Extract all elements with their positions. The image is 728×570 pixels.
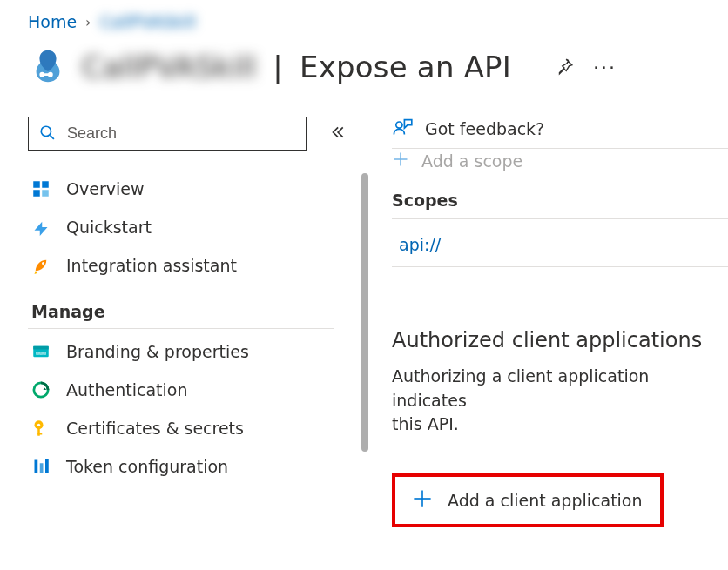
svg-point-21 xyxy=(396,122,402,128)
svg-text:www: www xyxy=(35,351,47,356)
token-config-icon xyxy=(31,457,51,476)
sidebar-section-manage: Manage xyxy=(28,285,334,329)
svg-point-15 xyxy=(37,424,40,426)
sidebar-item-certificates[interactable]: Certificates & secrets xyxy=(28,409,333,447)
sidebar-item-label: Certificates & secrets xyxy=(66,419,244,438)
page-title-row: CallPVASkill | Expose an API ··· xyxy=(28,47,728,87)
sidebar-item-quickstart[interactable]: Quickstart xyxy=(28,208,333,246)
breadcrumb-current[interactable]: CallPVASkill xyxy=(100,12,197,31)
sidebar-item-overview[interactable]: Overview xyxy=(28,170,333,208)
add-scope-button[interactable]: Add a scope xyxy=(392,151,728,171)
rocket-icon xyxy=(31,256,51,275)
breadcrumb-home[interactable]: Home xyxy=(28,12,77,31)
search-input[interactable] xyxy=(65,124,295,144)
page-title: CallPVASkill | Expose an API xyxy=(82,50,511,84)
svg-line-4 xyxy=(50,135,54,139)
breadcrumb: Home › CallPVASkill xyxy=(28,12,728,31)
search-input-wrapper[interactable] xyxy=(28,117,307,151)
sidebar-item-authentication[interactable]: Authentication xyxy=(28,371,333,409)
feedback-icon xyxy=(392,117,413,141)
svg-point-3 xyxy=(41,126,51,136)
add-scope-label: Add a scope xyxy=(421,151,522,171)
scope-uri[interactable]: api:// xyxy=(392,219,728,259)
authentication-icon xyxy=(31,380,51,399)
plus-icon xyxy=(413,489,432,512)
svg-rect-17 xyxy=(37,433,42,435)
svg-rect-8 xyxy=(42,190,49,197)
search-icon xyxy=(39,124,55,144)
pin-icon[interactable] xyxy=(555,57,574,77)
svg-rect-2 xyxy=(40,73,51,76)
add-client-application-button[interactable]: Add a client application xyxy=(392,473,664,527)
svg-rect-18 xyxy=(35,460,38,473)
sidebar-item-label: Quickstart xyxy=(66,218,152,237)
sidebar-item-label: Branding & properties xyxy=(66,342,249,361)
feedback-label: Got feedback? xyxy=(425,119,544,138)
svg-rect-20 xyxy=(45,459,49,473)
scopes-heading: Scopes xyxy=(392,191,728,210)
sidebar-item-token-config[interactable]: Token configuration xyxy=(28,447,333,486)
authorized-apps-description: Authorizing a client application indicat… xyxy=(392,365,728,437)
sidebar-item-label: Integration assistant xyxy=(66,256,237,275)
sidebar-item-label: Overview xyxy=(66,179,144,198)
page-title-appname: CallPVASkill xyxy=(82,50,256,84)
sidebar-item-integration-assistant[interactable]: Integration assistant xyxy=(28,246,333,285)
authorized-apps-heading: Authorized client applications xyxy=(392,328,728,352)
plus-icon xyxy=(392,151,409,171)
quickstart-icon xyxy=(31,218,51,237)
sidebar-item-branding[interactable]: www Branding & properties xyxy=(28,332,333,371)
app-registration-icon xyxy=(28,47,68,87)
sidebar-nav: Overview Quickstart In xyxy=(28,170,350,486)
svg-rect-19 xyxy=(40,463,44,473)
main-content: Got feedback? Add a scope Scopes api:// … xyxy=(350,117,728,527)
page-title-label: Expose an API xyxy=(300,50,511,84)
sidebar-item-label: Token configuration xyxy=(66,457,228,476)
more-icon[interactable]: ··· xyxy=(593,57,617,78)
svg-rect-11 xyxy=(33,346,49,350)
overview-icon xyxy=(31,179,51,198)
collapse-sidebar-icon[interactable] xyxy=(329,124,345,144)
feedback-button[interactable]: Got feedback? xyxy=(392,117,728,141)
svg-point-9 xyxy=(42,262,44,265)
page-title-separator: | xyxy=(273,50,283,84)
branding-icon: www xyxy=(31,342,51,361)
svg-rect-5 xyxy=(33,181,40,188)
chevron-right-icon: › xyxy=(85,14,91,30)
svg-rect-7 xyxy=(33,190,40,197)
sidebar: Overview Quickstart In xyxy=(28,117,350,486)
svg-rect-6 xyxy=(42,181,49,188)
add-client-label: Add a client application xyxy=(448,491,643,510)
sidebar-item-label: Authentication xyxy=(66,380,187,399)
sidebar-scrollbar[interactable] xyxy=(359,173,371,469)
key-icon xyxy=(31,419,51,438)
